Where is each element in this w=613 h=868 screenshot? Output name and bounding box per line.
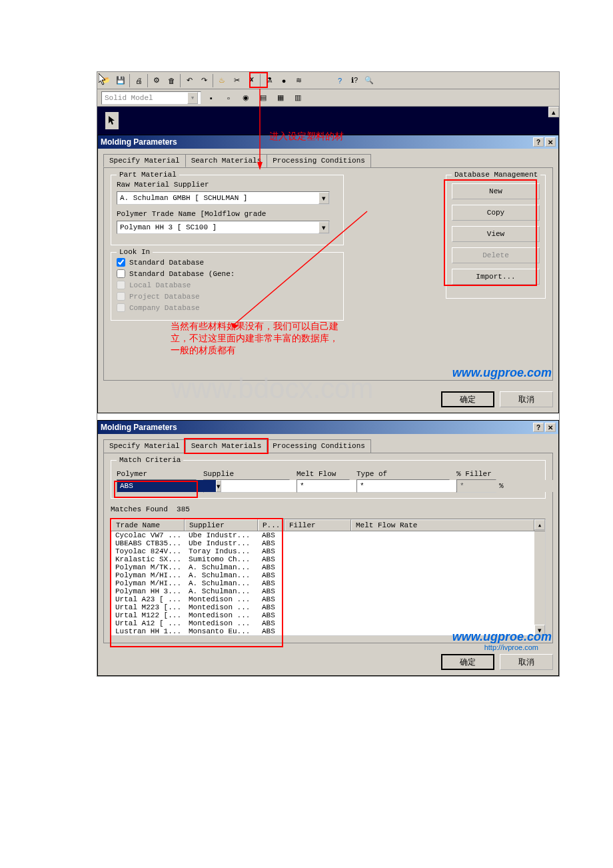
watermark-bdocx: www.bdocx.com [171, 373, 373, 405]
svg-line-1 [234, 211, 367, 325]
cursor-arrow-icon [99, 73, 107, 87]
cell-filler [285, 611, 351, 619]
chevron-down-icon[interactable]: ▾ [187, 92, 198, 104]
help-icon[interactable]: ? [332, 73, 347, 88]
chevron-down-icon[interactable]: ▾ [216, 480, 221, 492]
app-window: 📂 💾 🖨 ⚙ 🗑 ↶ ↷ ♨ ✂ ✗ ⚗ ● ≋ ? ℹ? 🔍 [97, 71, 560, 677]
model-type-dropdown[interactable]: Solid Model ▾ [101, 91, 201, 105]
cell-meltflow [351, 571, 534, 579]
save-icon[interactable]: 💾 [113, 73, 128, 88]
search-icon[interactable]: 🔍 [362, 73, 376, 88]
trash-icon[interactable]: 🗑 [164, 73, 179, 88]
db-management-fieldset: Database Management New Copy View Delete… [446, 175, 546, 305]
close-button[interactable]: ✕ [545, 137, 556, 147]
undo-icon[interactable]: ↶ [182, 73, 197, 88]
look-in-legend: Look In [117, 248, 153, 256]
meltflow-input-wrap[interactable] [297, 479, 350, 493]
cell-filler [285, 531, 351, 539]
cell-filler [285, 587, 351, 595]
redo-icon[interactable]: ↷ [197, 73, 211, 88]
highlight-material-btn [249, 72, 268, 88]
dialog-tabs: Specify Material Search Materials Proces… [103, 154, 553, 167]
view2-icon[interactable]: ▫ [221, 91, 236, 105]
view1-icon[interactable]: ▪ [204, 91, 219, 105]
close-button[interactable]: ✕ [545, 423, 556, 432]
supplier-label: Raw Material Supplier [117, 181, 338, 189]
tab-processing-conditions[interactable]: Processing Conditions [267, 439, 371, 453]
watermark-ugproe: www.ugproe.com [452, 366, 552, 380]
dialog-title-text: Molding Parameters [101, 137, 177, 147]
scroll-up-icon[interactable]: ▴ [534, 519, 545, 530]
matches-count: 385 [177, 505, 190, 513]
match-criteria-fieldset: Match Criteria Polymer ▾ Supplie [111, 460, 546, 499]
supplier-combo[interactable]: ▾ [117, 191, 330, 205]
cell-meltflow [351, 595, 534, 603]
col-meltflow[interactable]: Melt Flow Rate [351, 519, 534, 531]
scroll-up-icon[interactable]: ▴ [548, 107, 559, 117]
material-icon[interactable]: ♨ [215, 73, 229, 88]
cancel-button[interactable]: 取消 [500, 391, 553, 407]
ok-button[interactable]: 确定 [441, 391, 494, 407]
tab-processing-conditions[interactable]: Processing Conditions [267, 154, 371, 167]
highlight-search-tab [184, 438, 269, 454]
view6-icon[interactable]: ▥ [291, 91, 305, 105]
highlight-db-buttons [444, 179, 537, 286]
chevron-down-icon[interactable]: ▾ [318, 192, 329, 204]
cell-meltflow [351, 603, 534, 611]
tool1-icon[interactable]: ✂ [229, 73, 244, 88]
secondary-toolbar: Solid Model ▾ ▪ ▫ ◉ ▤ ▦ ▥ [97, 89, 559, 107]
dialog-tabs: Specify Material Search Materials Proces… [103, 439, 553, 453]
db-mgmt-legend: Database Management [452, 171, 540, 179]
annotation-custom-material: 当然有些材料如果没有，我们可以自己建立，不过这里面内建非常丰富的数据库，一般的材… [171, 320, 344, 357]
highlight-polymer-input [114, 481, 198, 498]
whatsthis-icon[interactable]: ℹ? [347, 73, 362, 88]
results-table: Trade Name Supplier P... Filler Melt Flo… [111, 519, 546, 636]
typeof-input[interactable] [357, 480, 456, 492]
help-button[interactable]: ? [533, 137, 544, 147]
view5-icon[interactable]: ▦ [273, 91, 288, 105]
cell-filler [285, 563, 351, 571]
tab-search-materials[interactable]: Search Materials [185, 439, 268, 453]
cell-filler [285, 619, 351, 627]
cell-meltflow [351, 555, 534, 563]
typeof-label: Type of [356, 470, 450, 478]
cell-meltflow [351, 611, 534, 619]
molding-params-dialog-1: Molding Parameters ? ✕ Specify Material … [97, 135, 559, 413]
main-toolbar: 📂 💾 🖨 ⚙ 🗑 ↶ ↷ ♨ ✂ ✗ ⚗ ● ≋ ? ℹ? 🔍 [97, 72, 559, 89]
tab-specify-material[interactable]: Specify Material [103, 154, 186, 167]
print-icon[interactable]: 🖨 [131, 73, 146, 88]
tree-icon[interactable]: ⚙ [149, 73, 164, 88]
arrow-annotation-2 [231, 208, 370, 328]
supplier-input[interactable] [117, 192, 318, 204]
model-type-value: Solid Model [105, 94, 153, 102]
view3-icon[interactable]: ◉ [239, 91, 253, 105]
tab-specify-material[interactable]: Specify Material [103, 439, 186, 453]
vertical-scrollbar[interactable]: ▾ [534, 531, 545, 635]
cell-meltflow [351, 563, 534, 571]
filler-input [457, 480, 556, 492]
filler-label: % Filler [456, 470, 516, 478]
tool5-icon[interactable]: ≋ [291, 73, 306, 88]
cell-meltflow [351, 587, 534, 595]
dialog-titlebar: Molding Parameters ? ✕ [98, 421, 558, 434]
arrow-annotation [257, 89, 263, 170]
cell-meltflow [351, 531, 534, 539]
pointer-tool-icon[interactable] [105, 112, 119, 129]
cell-filler [285, 603, 351, 611]
watermark-ugproe: www.ugproe.com [452, 630, 552, 644]
cell-meltflow [351, 619, 534, 627]
tab-search-materials[interactable]: Search Materials [185, 154, 268, 167]
tool4-icon[interactable]: ● [277, 73, 291, 88]
matches-label: Matches Found [111, 505, 168, 513]
col-filler[interactable]: Filler [285, 519, 351, 531]
typeof-combo[interactable]: ▾ [356, 479, 450, 493]
cell-filler [285, 595, 351, 603]
help-button[interactable]: ? [533, 423, 544, 432]
cell-filler [285, 579, 351, 587]
cell-filler [285, 555, 351, 563]
part-material-legend: Part Material [117, 171, 179, 179]
cancel-button[interactable]: 取消 [500, 654, 553, 670]
ok-button[interactable]: 确定 [441, 654, 494, 670]
molding-params-dialog-2: Molding Parameters ? ✕ Specify Material … [97, 420, 559, 676]
cell-filler [285, 571, 351, 579]
